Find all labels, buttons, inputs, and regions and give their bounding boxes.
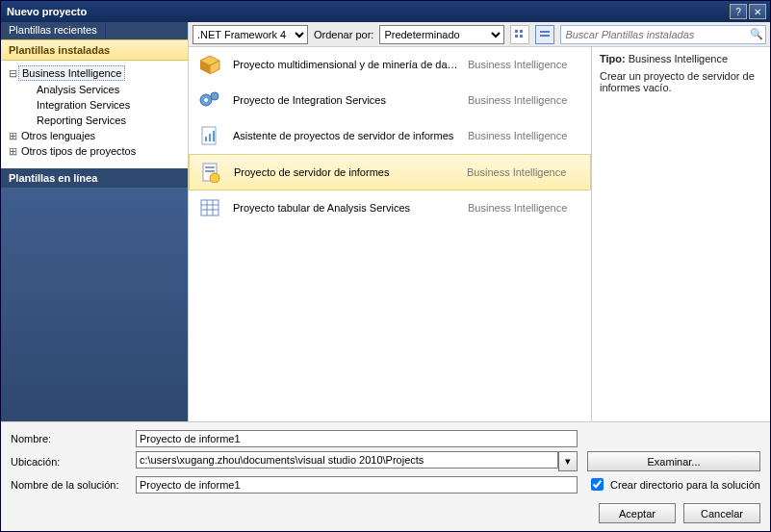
tabs-bar: Plantillas recientes	[1, 22, 188, 39]
search-icon[interactable]: 🔍	[748, 28, 765, 40]
sort-select[interactable]: Predeterminado	[379, 25, 504, 44]
create-directory-label: Crear directorio para la solución	[610, 479, 760, 491]
left-column: Plantillas recientes Plantillas instalad…	[1, 22, 189, 421]
detail-type-value: Business Intelligence	[629, 53, 728, 64]
tree-node-analysis[interactable]: Analysis Services	[34, 83, 122, 96]
template-item[interactable]: Proyecto de Integration ServicesBusiness…	[189, 83, 591, 118]
solution-name-input[interactable]	[136, 476, 578, 494]
name-input[interactable]	[136, 430, 578, 447]
svg-point-19	[210, 173, 219, 183]
sidebar-fill	[1, 188, 188, 421]
template-category: Business Intelligence	[468, 130, 583, 141]
template-tree: ⊟ Business Intelligence Analysis Service…	[1, 61, 188, 168]
svg-rect-0	[515, 30, 518, 33]
tree-node-reporting[interactable]: Reporting Services	[34, 114, 129, 127]
tree-node-integration[interactable]: Integration Services	[34, 98, 133, 112]
svg-rect-5	[540, 35, 550, 37]
template-icon	[196, 89, 223, 112]
svg-rect-18	[205, 170, 215, 172]
svg-rect-4	[540, 31, 550, 33]
template-item[interactable]: Proyecto multidimensional y de minería d…	[189, 47, 591, 83]
detail-type-label: Tipo:	[600, 53, 626, 64]
toolbar: .NET Framework 4 Ordenar por: Predetermi…	[189, 22, 770, 47]
template-name: Proyecto multidimensional y de minería d…	[233, 59, 458, 70]
template-icon	[197, 161, 224, 184]
template-list: Proyecto multidimensional y de minería d…	[189, 47, 592, 421]
tree-node-bi[interactable]: Business Intelligence	[18, 65, 125, 81]
bottom-panel: Nombre: Ubicación: ▾ Examinar... Nombre …	[1, 421, 770, 497]
svg-rect-20	[201, 200, 218, 215]
browse-button[interactable]: Examinar...	[587, 451, 760, 471]
svg-rect-1	[520, 30, 523, 33]
tree-expand-icon[interactable]: ⊞	[7, 130, 18, 142]
template-category: Business Intelligence	[468, 202, 583, 214]
detail-pane: Tipo: Business Intelligence Crear un pro…	[592, 47, 770, 421]
tree-node-other-languages[interactable]: Otros lenguajes	[18, 129, 98, 142]
svg-rect-13	[205, 137, 207, 141]
template-icon	[196, 196, 223, 219]
template-icon	[196, 124, 223, 147]
template-category: Business Intelligence	[468, 59, 583, 70]
sidebar-header-online[interactable]: Plantillas en línea	[1, 168, 188, 188]
cancel-button[interactable]: Cancelar	[683, 503, 760, 523]
template-item[interactable]: Proyecto de servidor de informesBusiness…	[189, 154, 591, 190]
location-input[interactable]	[136, 451, 558, 469]
tree-node-other-projects[interactable]: Otros tipos de proyectos	[18, 144, 139, 158]
title-bar: Nuevo proyecto ? ✕	[1, 1, 770, 22]
search-input[interactable]	[561, 29, 748, 40]
search-box[interactable]: 🔍	[560, 25, 766, 44]
help-button[interactable]: ?	[730, 4, 747, 19]
framework-select[interactable]: .NET Framework 4	[193, 25, 308, 44]
location-dropdown-button[interactable]: ▾	[558, 451, 578, 471]
name-label: Nombre:	[11, 433, 126, 444]
template-item[interactable]: Asistente de proyectos de servidor de in…	[189, 118, 591, 154]
svg-rect-3	[520, 35, 523, 38]
tab-recent[interactable]: Plantillas recientes	[1, 22, 106, 39]
main-area: Proyecto multidimensional y de minería d…	[189, 47, 770, 421]
svg-rect-15	[213, 131, 215, 141]
template-icon	[196, 53, 223, 76]
solution-name-label: Nombre de la solución:	[11, 479, 126, 491]
window-title: Nuevo proyecto	[5, 6, 728, 17]
close-button[interactable]: ✕	[749, 4, 766, 19]
template-name: Proyecto tabular de Analysis Services	[233, 202, 458, 214]
view-small-icons-button[interactable]	[510, 25, 529, 44]
ok-button[interactable]: Aceptar	[599, 503, 676, 523]
svg-rect-2	[515, 35, 518, 38]
location-label: Ubicación:	[11, 456, 126, 468]
template-name: Asistente de proyectos de servidor de in…	[233, 130, 458, 141]
svg-point-11	[211, 92, 218, 100]
template-name: Proyecto de Integration Services	[233, 94, 458, 106]
dialog-window: Nuevo proyecto ? ✕ Plantillas recientes …	[0, 0, 771, 532]
create-directory-checkbox[interactable]: Crear directorio para la solución	[587, 475, 760, 494]
template-category: Business Intelligence	[468, 94, 583, 106]
template-category: Business Intelligence	[467, 166, 582, 178]
template-name: Proyecto de servidor de informes	[234, 166, 457, 178]
template-item[interactable]: Proyecto tabular de Analysis ServicesBus…	[189, 190, 591, 226]
sidebar-header-installed[interactable]: Plantillas instaladas	[1, 39, 188, 61]
detail-description: Crear un proyecto de servidor de informe…	[600, 70, 762, 93]
create-directory-input[interactable]	[591, 478, 604, 491]
svg-rect-14	[209, 134, 211, 141]
tree-expand-icon[interactable]: ⊞	[7, 145, 18, 158]
tree-collapse-icon[interactable]: ⊟	[7, 67, 18, 80]
sort-label: Ordenar por:	[314, 29, 373, 40]
view-details-button[interactable]	[535, 25, 554, 44]
svg-point-10	[204, 98, 208, 102]
svg-rect-17	[205, 166, 215, 168]
dialog-buttons: Aceptar Cancelar	[1, 497, 770, 531]
